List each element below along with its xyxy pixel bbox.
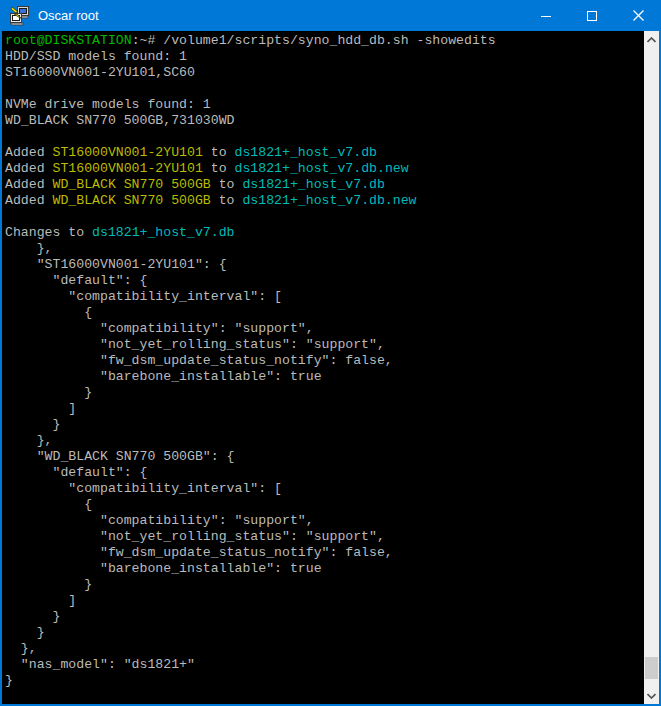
terminal-line: HDD/SSD models found: 1: [5, 49, 644, 65]
scrollbar-thumb[interactable]: [645, 657, 658, 679]
terminal-line: }: [5, 385, 644, 401]
terminal-line: root@DISKSTATION:~# /volume1/scripts/syn…: [5, 33, 644, 49]
terminal-line: WD_BLACK SN770 500GB,731030WD: [5, 113, 644, 129]
terminal-line: Added WD_BLACK SN770 500GB to ds1821+_ho…: [5, 193, 644, 209]
terminal-line: NVMe drive models found: 1: [5, 97, 644, 113]
terminal-line: Added WD_BLACK SN770 500GB to ds1821+_ho…: [5, 177, 644, 193]
terminal-line: "compatibility": "support",: [5, 513, 644, 529]
terminal-line: "barebone_installable": true: [5, 369, 644, 385]
terminal-line: "not_yet_rolling_status": "support",: [5, 529, 644, 545]
window-title: Oscar root: [38, 8, 99, 23]
terminal-line: "compatibility_interval": [: [5, 289, 644, 305]
terminal-line: "not_yet_rolling_status": "support",: [5, 337, 644, 353]
close-button[interactable]: [615, 0, 661, 31]
titlebar[interactable]: Oscar root: [0, 0, 661, 31]
terminal-line: }: [5, 673, 644, 689]
putty-window: Oscar root root@DISKSTATION:~# /volume1/: [0, 0, 661, 706]
terminal-line: "fw_dsm_update_status_notify": false,: [5, 353, 644, 369]
terminal-line: {: [5, 497, 644, 513]
putty-icon: [9, 5, 30, 26]
terminal-line: }: [5, 609, 644, 625]
caption-buttons: [523, 0, 661, 31]
terminal-line: }: [5, 625, 644, 641]
terminal-line: ]: [5, 401, 644, 417]
terminal-line: {: [5, 305, 644, 321]
terminal-line: "WD_BLACK SN770 500GB": {: [5, 449, 644, 465]
terminal-screen[interactable]: root@DISKSTATION:~# /volume1/scripts/syn…: [2, 31, 644, 704]
terminal-line: ST16000VN001-2YU101,SC60: [5, 65, 644, 81]
maximize-icon: [587, 11, 597, 21]
close-icon: [633, 10, 644, 21]
terminal-line: Added ST16000VN001-2YU101 to ds1821+_hos…: [5, 161, 644, 177]
chevron-up-icon: [647, 37, 656, 43]
terminal-line: [5, 81, 644, 97]
terminal-line: }: [5, 577, 644, 593]
terminal-line: [5, 209, 644, 225]
terminal-line: },: [5, 641, 644, 657]
terminal-line: "default": {: [5, 465, 644, 481]
terminal-line: Added ST16000VN001-2YU101 to ds1821+_hos…: [5, 145, 644, 161]
scrollbar[interactable]: [644, 31, 659, 704]
scroll-up-button[interactable]: [644, 31, 659, 48]
minimize-icon: [541, 11, 551, 21]
terminal-line: "compatibility_interval": [: [5, 481, 644, 497]
chevron-down-icon: [647, 693, 656, 699]
terminal-line: },: [5, 241, 644, 257]
terminal-line: [5, 129, 644, 145]
terminal-line: Changes to ds1821+_host_v7.db: [5, 225, 644, 241]
terminal-line: "default": {: [5, 273, 644, 289]
terminal-line: "ST16000VN001-2YU101": {: [5, 257, 644, 273]
terminal-line: "compatibility": "support",: [5, 321, 644, 337]
terminal-line: ]: [5, 593, 644, 609]
maximize-button[interactable]: [569, 0, 615, 31]
terminal-line: "nas_model": "ds1821+": [5, 657, 644, 673]
terminal-line: },: [5, 433, 644, 449]
scroll-down-button[interactable]: [644, 687, 659, 704]
minimize-button[interactable]: [523, 0, 569, 31]
terminal-line: }: [5, 417, 644, 433]
terminal-line: "barebone_installable": true: [5, 561, 644, 577]
terminal-line: "fw_dsm_update_status_notify": false,: [5, 545, 644, 561]
